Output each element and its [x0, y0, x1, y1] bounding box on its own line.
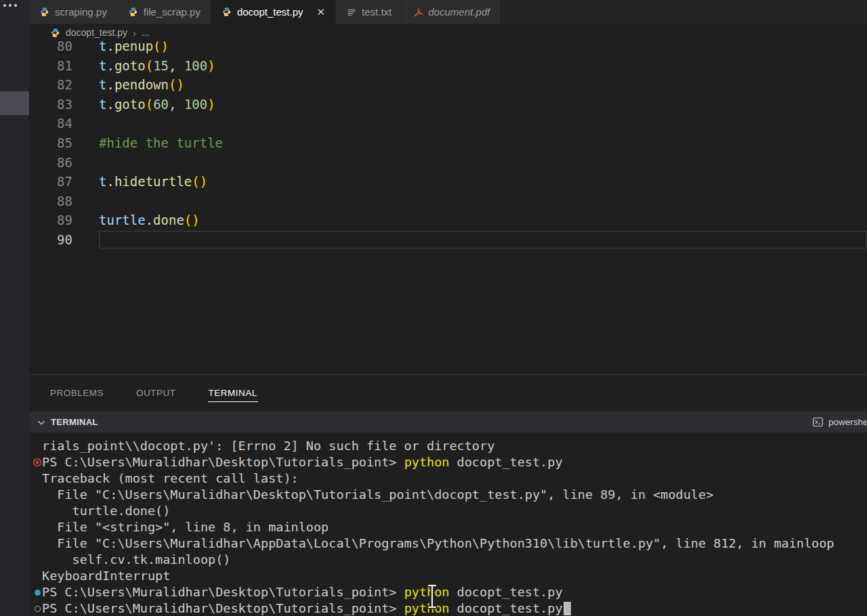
line-number: 83	[29, 95, 72, 114]
code-line-86[interactable]: 86	[29, 153, 867, 173]
code-line-89[interactable]: 89turtle.done()	[29, 211, 867, 230]
line-number: 86	[29, 153, 72, 173]
line-number: 85	[29, 133, 72, 153]
terminal-title: TERMINAL	[51, 417, 98, 427]
code-text: t.goto(15, 100)	[99, 56, 867, 76]
terminal-line: File "<string>", line 8, in mainloop	[42, 519, 867, 535]
terminal-section-header: TERMINAL powershell	[29, 412, 867, 433]
code-line-81[interactable]: 81t.goto(15, 100)	[29, 56, 867, 76]
command-decoration-pending-icon[interactable]	[33, 600, 42, 616]
terminal-line: PS C:\Users\Muralidhar\Desktop\Tutorials…	[42, 454, 867, 470]
current-line-highlight	[99, 231, 867, 248]
line-number: 90	[29, 230, 72, 250]
code-line-83[interactable]: 83t.goto(60, 100)	[29, 95, 867, 114]
command-decoration-running-icon[interactable]	[33, 584, 42, 600]
line-number: 84	[29, 114, 72, 133]
terminal-line: File "C:\Users\Muralidhar\Desktop\Tutori…	[42, 487, 867, 503]
breadcrumb[interactable]: docopt_test.py › ...	[29, 24, 867, 41]
breadcrumb-separator-icon: ›	[133, 27, 136, 39]
panel-tab-bar: PROBLEMSOUTPUTTERMINAL	[29, 375, 867, 411]
shell-label: powershell	[828, 417, 867, 427]
code-line-90[interactable]: 90	[29, 230, 867, 250]
terminal-line: Traceback (most recent call last):	[42, 470, 867, 487]
terminal-line: PS C:\Users\Muralidhar\Desktop\Tutorials…	[42, 584, 867, 600]
line-number: 81	[29, 56, 72, 76]
editor-group: scraping.pyfile_scrap.pydocopt_test.py✕t…	[29, 0, 867, 616]
bottom-panel: PROBLEMSOUTPUTTERMINAL TERMINAL powershe…	[29, 374, 867, 616]
scrollbar-thumb[interactable]	[0, 91, 29, 115]
python-icon	[50, 28, 60, 38]
terminal-line: KeyboardInterrupt	[42, 568, 867, 584]
panel-tab-output[interactable]: OUTPUT	[135, 384, 177, 402]
breadcrumb-more[interactable]: ...	[142, 27, 150, 38]
activity-rail	[0, 0, 30, 616]
terminal-cursor	[564, 602, 571, 615]
code-text: #hide the turtle	[99, 133, 867, 153]
terminal-line: rials_point\\docopt.py': [Errno 2] No su…	[42, 438, 867, 454]
code-line-82[interactable]: 82t.pendown()	[29, 75, 867, 95]
line-number: 88	[29, 192, 72, 211]
code-text: t.goto(60, 100)	[99, 95, 867, 114]
panel-tab-problems[interactable]: PROBLEMS	[49, 384, 104, 402]
line-number: 89	[29, 211, 72, 230]
code-line-84[interactable]: 84	[29, 114, 867, 133]
terminal-output[interactable]: rials_point\\docopt.py': [Errno 2] No su…	[29, 433, 867, 616]
terminal-shell-badge[interactable]: powershell	[813, 412, 867, 433]
line-number: 87	[29, 172, 72, 192]
terminal-line: File "C:\Users\Muralidhar\AppData\Local\…	[42, 535, 867, 552]
code-text: t.hideturtle()	[99, 172, 867, 192]
more-actions-icon[interactable]	[3, 4, 17, 7]
line-number: 82	[29, 75, 72, 95]
terminal-line: PS C:\Users\Muralidhar\Desktop\Tutorials…	[42, 600, 867, 616]
terminal-line: self.cv.tk.mainloop()	[42, 552, 867, 568]
code-editor[interactable]: 80t.penup()81t.goto(15, 100)82t.pendown(…	[29, 0, 867, 374]
breadcrumb-file[interactable]: docopt_test.py	[66, 27, 127, 38]
powershell-icon	[813, 417, 823, 427]
code-text: t.pendown()	[99, 75, 867, 95]
code-line-85[interactable]: 85#hide the turtle	[29, 133, 867, 153]
panel-tab-terminal[interactable]: TERMINAL	[208, 384, 258, 402]
vscode-window: scraping.pyfile_scrap.pydocopt_test.py✕t…	[0, 0, 867, 616]
command-decoration-error-icon[interactable]	[33, 454, 42, 470]
code-line-87[interactable]: 87t.hideturtle()	[29, 172, 867, 192]
terminal-line: turtle.done()	[42, 503, 867, 519]
code-text: turtle.done()	[99, 211, 867, 230]
code-line-88[interactable]: 88	[29, 192, 867, 211]
chevron-down-icon[interactable]	[36, 417, 46, 427]
